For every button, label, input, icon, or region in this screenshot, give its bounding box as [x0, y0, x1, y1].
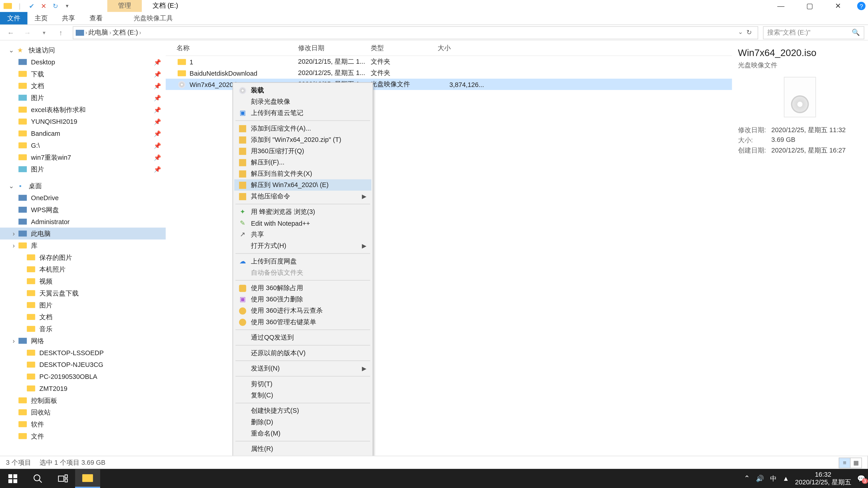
menu-item[interactable]: 用360压缩打开(Q) [234, 145, 371, 157]
refresh-icon[interactable]: ↻ [50, 1, 61, 11]
menu-item[interactable]: 添加到 "Win7x64_2020.zip" (T) [234, 134, 371, 145]
menu-item[interactable]: 使用 360解除占用 [234, 283, 371, 294]
tray-clock[interactable]: 16:32 2020/12/25, 星期五 [795, 470, 851, 486]
file-row[interactable]: BaiduNetdiskDownload2020/12/25, 星期五 1...… [166, 67, 732, 78]
tray-chevron-icon[interactable]: ⌃ [744, 474, 750, 483]
nav-item[interactable]: YUNQISHI2019📌 [0, 116, 166, 128]
close-red-icon[interactable]: ✕ [38, 1, 49, 11]
col-name[interactable]: 名称 [166, 43, 298, 53]
tab-file[interactable]: 文件 [0, 12, 27, 24]
nav-item[interactable]: 图片📌 [0, 92, 166, 104]
menu-item[interactable]: 装载 [234, 85, 371, 96]
menu-item[interactable]: 创建快捷方式(S) [234, 405, 371, 416]
check-icon[interactable]: ✔ [26, 1, 37, 11]
menu-item[interactable]: 解压到当前文件夹(X) [234, 168, 371, 180]
menu-item[interactable]: 打开方式(H)▶ [234, 240, 371, 252]
nav-item[interactable]: G:\📌 [0, 139, 166, 151]
refresh-icon[interactable]: ↻ [746, 29, 752, 36]
nav-item[interactable]: 文档 [0, 311, 166, 323]
nav-item[interactable]: win7重装win7📌 [0, 151, 166, 163]
menu-item[interactable]: 属性(R) [234, 443, 371, 455]
tray-ime-icon[interactable]: 中 [770, 474, 777, 483]
menu-item[interactable]: 剪切(T) [234, 378, 371, 390]
view-icons-button[interactable]: ▦ [850, 457, 862, 468]
maximize-button[interactable]: ▢ [800, 0, 819, 12]
menu-item[interactable]: 使用 360管理右键菜单 [234, 316, 371, 328]
breadcrumb[interactable]: › 此电脑 › 文档 (E:) › ⌄ ↻ [73, 26, 758, 39]
nav-item[interactable]: 文件 [0, 430, 166, 442]
nav-item[interactable]: Desktop📌 [0, 56, 166, 68]
nav-item[interactable]: 保存的图片 [0, 252, 166, 263]
nav-item[interactable]: ›网络 [0, 335, 166, 347]
nav-item[interactable]: 软件 [0, 418, 166, 430]
menu-item[interactable]: ▣使用 360强力删除 [234, 294, 371, 305]
tab-share[interactable]: 共享 [55, 12, 82, 24]
nav-item[interactable]: ZMT2019 [0, 383, 166, 394]
close-button[interactable]: ✕ [829, 0, 847, 12]
nav-item[interactable]: 控制面板 [0, 394, 166, 406]
nav-item[interactable]: WPS网盘 [0, 204, 166, 216]
task-view-button[interactable] [50, 469, 75, 488]
tray-notifications-icon[interactable]: 💬3 [857, 475, 866, 482]
search-icon[interactable]: 🔍 [852, 29, 860, 36]
menu-item[interactable]: ↗共享 [234, 229, 371, 240]
nav-item[interactable]: 图片📌 [0, 163, 166, 175]
menu-item[interactable]: ✦用 蜂蜜浏览器 浏览(3) [234, 206, 371, 217]
tab-home[interactable]: 主页 [27, 12, 55, 24]
search-input[interactable]: 搜索"文档 (E:)" 🔍 [763, 26, 864, 39]
context-tab[interactable]: 管理 [107, 0, 142, 12]
nav-item[interactable]: 视频 [0, 275, 166, 287]
minimize-button[interactable]: — [771, 0, 790, 12]
menu-item[interactable]: 发送到(N)▶ [234, 363, 371, 374]
search-button[interactable] [25, 469, 50, 488]
explorer-taskbar-button[interactable] [75, 469, 100, 488]
up-button[interactable]: ↑ [54, 26, 68, 39]
nav-item[interactable]: Bandicam📌 [0, 127, 166, 139]
menu-item[interactable]: 还原以前的版本(V) [234, 347, 371, 359]
menu-item[interactable]: 添加到压缩文件(A)... [234, 123, 371, 134]
nav-quick-access[interactable]: ⌄★ 快速访问 [0, 44, 166, 56]
nav-item[interactable]: Administrator [0, 216, 166, 228]
nav-item[interactable]: DESKTOP-LSSOEDP [0, 347, 166, 359]
nav-item[interactable]: ›库 [0, 239, 166, 252]
menu-item[interactable]: ▣上传到有道云笔记 [234, 107, 371, 119]
col-size[interactable]: 大小 [438, 43, 491, 53]
nav-item[interactable]: excel表格制作求和📌 [0, 104, 166, 116]
nav-item[interactable]: DESKTOP-NJEU3CG [0, 359, 166, 370]
menu-item[interactable]: 使用 360进行木马云查杀 [234, 305, 371, 316]
crumb-loc[interactable]: 文档 (E:) [113, 28, 138, 37]
tray-volume-icon[interactable]: 🔊 [756, 475, 764, 482]
nav-item[interactable]: 回收站 [0, 406, 166, 418]
view-details-button[interactable]: ≡ [839, 457, 850, 468]
menu-item[interactable]: 解压到(F)... [234, 157, 371, 168]
help-icon[interactable]: ? [857, 2, 866, 10]
menu-item[interactable]: 重命名(M) [234, 428, 371, 439]
menu-item[interactable]: 其他压缩命令▶ [234, 191, 371, 202]
nav-item[interactable]: 下载📌 [0, 68, 166, 80]
col-type[interactable]: 类型 [371, 43, 437, 53]
back-button[interactable]: ← [4, 26, 18, 39]
chevron-down-icon[interactable]: ⌄ [738, 29, 743, 36]
menu-item[interactable]: 删除(D) [234, 416, 371, 428]
nav-item[interactable]: OneDrive [0, 192, 166, 204]
nav-item[interactable]: ›此电脑 [0, 228, 166, 239]
start-button[interactable] [0, 469, 25, 488]
menu-item[interactable]: 复制(C) [234, 390, 371, 401]
nav-item[interactable]: 本机照片 [0, 263, 166, 275]
recent-dropdown[interactable]: ▾ [37, 26, 51, 39]
nav-item[interactable]: 天翼云盘下载 [0, 287, 166, 299]
qat-dropdown-icon[interactable]: ▾ [62, 1, 72, 11]
tab-view[interactable]: 查看 [82, 12, 110, 24]
crumb-root[interactable]: 此电脑 [88, 28, 108, 37]
menu-item[interactable]: ✎Edit with Notepad++ [234, 218, 371, 229]
tab-disc-tools[interactable]: 光盘映像工具 [126, 12, 180, 24]
menu-item[interactable]: 刻录光盘映像 [234, 96, 371, 107]
col-date[interactable]: 修改日期 [298, 43, 371, 53]
nav-desktop-group[interactable]: ⌄▪ 桌面 [0, 180, 166, 192]
menu-item[interactable]: 通过QQ发送到 [234, 332, 371, 343]
nav-item[interactable]: 文档📌 [0, 80, 166, 92]
tray-security-icon[interactable]: ▲ [782, 475, 789, 482]
menu-item[interactable]: 解压到 Win7x64_2020\ (E) [234, 180, 371, 191]
nav-item[interactable]: PC-20190530OBLA [0, 370, 166, 383]
nav-item[interactable]: 图片 [0, 299, 166, 311]
